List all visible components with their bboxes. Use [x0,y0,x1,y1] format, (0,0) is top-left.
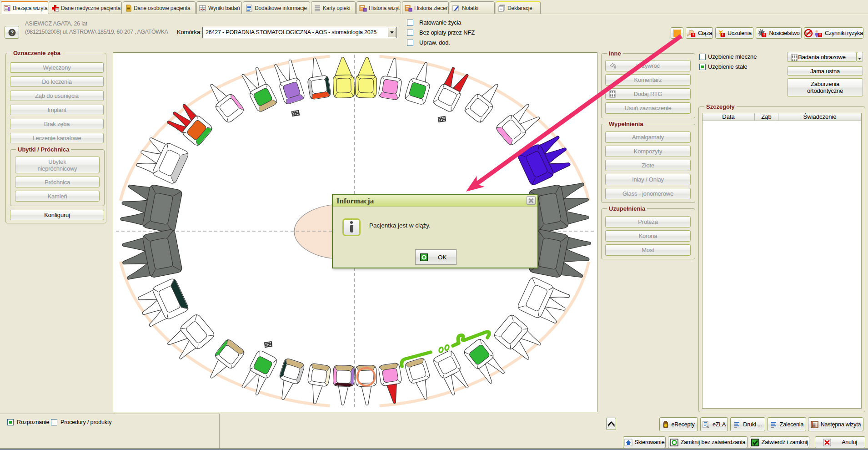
svg-text:?: ? [10,30,13,36]
